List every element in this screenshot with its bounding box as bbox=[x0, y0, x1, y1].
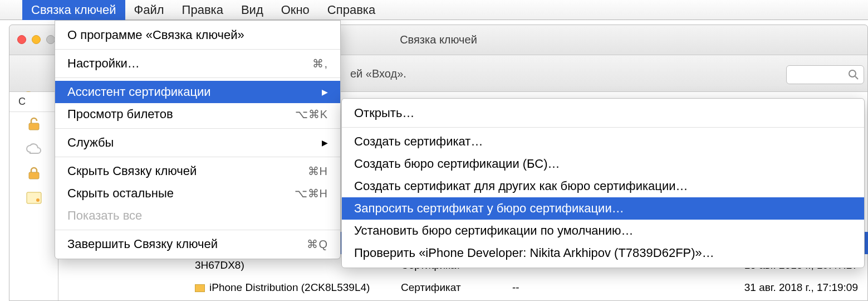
shortcut: ⌘Q bbox=[307, 237, 328, 251]
menubar-help[interactable]: Справка bbox=[318, 0, 384, 20]
menu-hide-others[interactable]: Скрыть остальные⌥⌘H bbox=[55, 182, 340, 205]
svg-point-1 bbox=[849, 70, 856, 77]
menubar-app[interactable]: Связка ключей bbox=[22, 0, 125, 20]
menu-separator bbox=[55, 157, 340, 157]
row-name: 3H67DX8) bbox=[195, 259, 244, 271]
submenu-request-cert[interactable]: Запросить сертификат у бюро сертификации… bbox=[342, 197, 864, 220]
menubar-file[interactable]: Файл bbox=[125, 0, 173, 20]
menu-cert-assistant[interactable]: Ассистент сертификации▶ bbox=[55, 81, 340, 103]
chevron-right-icon: ▶ bbox=[322, 88, 328, 96]
menubar-view[interactable]: Вид bbox=[232, 0, 272, 20]
unlock-icon[interactable] bbox=[9, 112, 58, 137]
menu-services[interactable]: Службы▶ bbox=[55, 132, 340, 154]
shortcut: ⌥⌘H bbox=[295, 187, 328, 200]
menubar-edit[interactable]: Правка bbox=[173, 0, 232, 20]
sidebar: С bbox=[9, 92, 58, 300]
menu-about[interactable]: О программе «Связка ключей» bbox=[55, 24, 340, 46]
row-kind: Сертификат bbox=[401, 281, 512, 294]
submenu-verify[interactable]: Проверить «iPhone Developer: Nikita Arkh… bbox=[342, 242, 864, 264]
submenu-create-cert[interactable]: Создать сертификат… bbox=[342, 130, 864, 153]
menu-separator bbox=[55, 77, 340, 78]
sidebar-item[interactable]: С bbox=[9, 92, 58, 112]
menubar: Связка ключей Файл Правка Вид Окно Справ… bbox=[0, 0, 868, 20]
shortcut: ⌘H bbox=[308, 164, 328, 178]
menu-hide[interactable]: Скрыть Связку ключей⌘H bbox=[55, 160, 340, 182]
svg-rect-3 bbox=[29, 123, 39, 130]
svg-point-6 bbox=[36, 198, 40, 202]
status-text: ей «Вход». bbox=[350, 67, 406, 80]
row-usage: -- bbox=[512, 281, 657, 294]
cloud-icon[interactable] bbox=[9, 137, 58, 161]
shortcut: ⌘, bbox=[312, 57, 328, 70]
menu-quit[interactable]: Завершить Связку ключей⌘Q bbox=[55, 233, 340, 255]
menu-separator bbox=[55, 49, 340, 50]
search-input[interactable] bbox=[786, 65, 864, 84]
menu-separator bbox=[55, 230, 340, 230]
svg-rect-5 bbox=[27, 192, 41, 203]
menu-ticket-viewer[interactable]: Просмотр билетов⌥⌘K bbox=[55, 103, 340, 125]
certificate-icon bbox=[195, 284, 205, 292]
table-row[interactable]: iPhone Distribution (2CK8L539L4) Сертифи… bbox=[184, 276, 868, 299]
certificate-icon[interactable] bbox=[9, 186, 58, 210]
menu-show-all: Показать все bbox=[55, 205, 340, 227]
chevron-right-icon: ▶ bbox=[322, 138, 328, 147]
submenu-open[interactable]: Открыть… bbox=[342, 102, 864, 124]
row-name: iPhone Distribution (2CK8L539L4) bbox=[209, 281, 370, 293]
cert-assistant-submenu: Открыть… Создать сертификат… Создать бюр… bbox=[341, 98, 865, 268]
menu-preferences[interactable]: Настройки…⌘, bbox=[55, 52, 340, 75]
submenu-create-ca[interactable]: Создать бюро сертификации (БС)… bbox=[342, 153, 864, 175]
menubar-window[interactable]: Окно bbox=[272, 0, 318, 20]
svg-line-2 bbox=[855, 76, 858, 79]
submenu-set-default-ca[interactable]: Установить бюро сертификации по умолчани… bbox=[342, 220, 864, 242]
submenu-create-for-others[interactable]: Создать сертификат для других как бюро с… bbox=[342, 175, 864, 197]
app-menu: О программе «Связка ключей» Настройки…⌘,… bbox=[55, 20, 341, 259]
menu-separator bbox=[342, 127, 864, 128]
lock-closed-icon[interactable] bbox=[9, 161, 58, 186]
shortcut: ⌥⌘K bbox=[295, 108, 328, 121]
search-icon bbox=[848, 69, 859, 80]
row-date: 31 авг. 2018 г., 17:19:09 bbox=[657, 281, 868, 294]
svg-rect-4 bbox=[29, 172, 39, 179]
menu-separator bbox=[55, 128, 340, 129]
